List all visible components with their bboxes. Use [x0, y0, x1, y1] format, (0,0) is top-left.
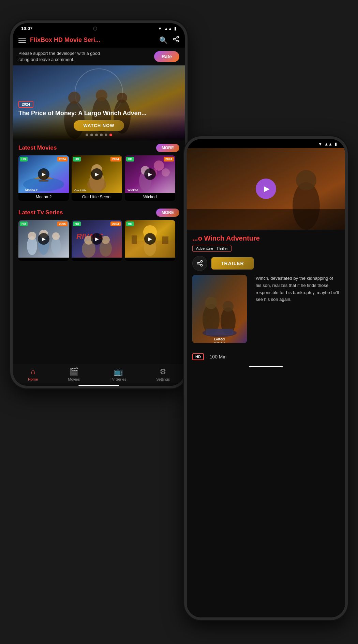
tv-more-button[interactable]: MORE	[156, 209, 179, 217]
detail-share-button[interactable]	[192, 256, 207, 271]
svg-point-65	[223, 301, 234, 312]
svg-rect-51	[162, 236, 168, 244]
svg-point-56	[201, 261, 203, 262]
settings-icon: ⚙	[160, 367, 166, 376]
dot-1[interactable]	[86, 134, 88, 136]
svg-line-4	[175, 37, 177, 39]
svg-point-26	[154, 160, 164, 171]
nav-settings[interactable]: ⚙ Settings	[156, 367, 170, 381]
wifi-icon-2: ▼	[318, 142, 322, 147]
svg-point-57	[197, 263, 199, 264]
phone1-device: 10:07 ▼ ▲▲ ▮ FlixBox HD Movie Seri... 🔍	[10, 20, 188, 388]
hd-duration-row: HD - 100 Min	[192, 351, 340, 363]
trailer-button[interactable]: TRAILER	[211, 257, 254, 270]
status-bar-2: ▼ ▲▲ ▮	[187, 139, 345, 148]
nav-home[interactable]: ⌂ Home	[28, 367, 38, 381]
rating-bar: Please support the developer with a good…	[13, 48, 185, 65]
tv3-title	[125, 258, 175, 261]
wicked-hd-badge: HD	[126, 157, 134, 162]
time-display: 10:07	[21, 26, 32, 31]
tv-card-3[interactable]: HD ▶	[125, 220, 175, 261]
svg-point-2	[177, 40, 179, 42]
detail-movie-title: ...o Winch Adventure	[192, 234, 340, 242]
camera-notch	[93, 27, 97, 31]
wicked-play-btn[interactable]: ▶	[144, 168, 156, 180]
home-indicator	[78, 385, 119, 386]
svg-rect-67	[206, 329, 233, 335]
svg-point-0	[177, 36, 179, 38]
moana-play-btn[interactable]: ▶	[38, 168, 49, 180]
svg-point-27	[162, 168, 170, 177]
status-bar: 10:07 ▼ ▲▲ ▮	[13, 23, 185, 32]
dot-6[interactable]	[109, 134, 112, 136]
secret-title: Our Little Secret	[72, 193, 122, 201]
battery-icon: ▮	[174, 26, 177, 31]
movies-row: Moana 2 HD 2024 ▶ Moana 2	[18, 155, 179, 201]
nav-tv-series[interactable]: 📺 TV Series	[110, 367, 126, 381]
svg-line-3	[175, 40, 177, 41]
detail-poster: LARGO WINCH	[192, 275, 247, 343]
tv-card-greys[interactable]: HD 2005 ▶	[18, 220, 69, 261]
menu-button[interactable]	[18, 38, 26, 43]
hd-tag: HD	[192, 353, 204, 360]
rivals-play-btn[interactable]: ▶	[91, 233, 103, 245]
carousel-dots	[18, 134, 179, 136]
hero-year-badge: 2024	[18, 101, 33, 108]
svg-text:WINCH: WINCH	[214, 342, 225, 343]
dot-2[interactable]	[90, 134, 93, 136]
search-button[interactable]: 🔍	[159, 36, 168, 44]
movie-card-moana[interactable]: Moana 2 HD 2024 ▶ Moana 2	[18, 155, 69, 201]
watch-now-button[interactable]: WATCH NOW	[74, 120, 124, 131]
tv-section-title: Latest Tv Series	[18, 209, 63, 216]
svg-text:LARGO: LARGO	[214, 338, 225, 341]
movie-card-wicked[interactable]: Wicked HD 2024 ▶ Wicked	[125, 155, 175, 201]
wicked-title: Wicked	[125, 193, 175, 201]
status-icons: ▼ ▲▲ ▮	[158, 26, 177, 31]
duration: 100 Min	[210, 354, 227, 359]
tv-series-row: HD 2005 ▶	[18, 220, 179, 261]
detail-content: ...o Winch Adventure Adventure - Thrille…	[187, 230, 345, 617]
greys-play-btn[interactable]: ▶	[38, 233, 49, 245]
svg-rect-50	[132, 235, 137, 244]
svg-point-54	[296, 170, 316, 190]
latest-tv-section: Latest Tv Series MORE	[13, 205, 185, 261]
movie-description: Winch, devastated by the kidnapping of h…	[256, 275, 340, 303]
detail-main-content: LARGO WINCH Winch, devastated by the kid…	[192, 275, 340, 346]
nav-movies[interactable]: 🎬 Movies	[68, 367, 80, 381]
svg-text:Our Little: Our Little	[74, 189, 87, 192]
movies-section-header: Latest Movies MORE	[18, 144, 179, 152]
rivals-hd-badge: HD	[73, 221, 81, 226]
tv3-hd-badge: HD	[126, 221, 134, 226]
rating-text: Please support the developer with a good…	[18, 50, 107, 63]
nav-home-label: Home	[28, 377, 38, 381]
rate-button[interactable]: Rate	[154, 51, 179, 62]
secret-play-btn[interactable]: ▶	[91, 168, 103, 180]
hero-title: The Price of Money: A Largo Winch Adven.…	[18, 110, 179, 117]
share-button[interactable]	[173, 36, 179, 44]
detail-actions: TRAILER	[192, 256, 340, 271]
movies-more-button[interactable]: MORE	[156, 144, 179, 152]
nav-settings-label: Settings	[156, 377, 170, 381]
secret-year-tag: 2024	[110, 157, 121, 162]
genre-tag: Adventure - Thriller	[192, 245, 232, 252]
description-area: Winch, devastated by the kidnapping of h…	[256, 275, 340, 346]
rivals-year-tag: 2024	[110, 221, 121, 226]
wicked-year-tag: 2024	[164, 157, 174, 162]
play-button-large[interactable]	[256, 179, 276, 199]
tv3-play-btn[interactable]: ▶	[144, 233, 156, 245]
svg-point-34	[28, 232, 36, 240]
svg-rect-55	[187, 209, 345, 230]
dot-4[interactable]	[100, 134, 103, 136]
svg-point-44	[102, 236, 110, 244]
dot-5[interactable]	[105, 134, 107, 136]
movies-section-title: Latest Movies	[18, 144, 57, 151]
top-icons: 🔍	[159, 36, 179, 44]
dot-3[interactable]	[95, 134, 98, 136]
home-indicator-2	[249, 366, 283, 367]
movie-card-secret[interactable]: Our Little Secret HD 2024 ▶ Our Little S…	[72, 155, 122, 201]
status-icons-2: ▼ ▲▲ ▮	[318, 142, 337, 147]
rivals-title	[72, 258, 122, 261]
signal-icon-2: ▲▲	[324, 142, 332, 147]
tv-card-rivals[interactable]: RIVALS HD 2024 ▶	[72, 220, 122, 261]
bottom-nav: ⌂ Home 🎬 Movies 📺 TV Series ⚙ Settings	[13, 364, 185, 383]
